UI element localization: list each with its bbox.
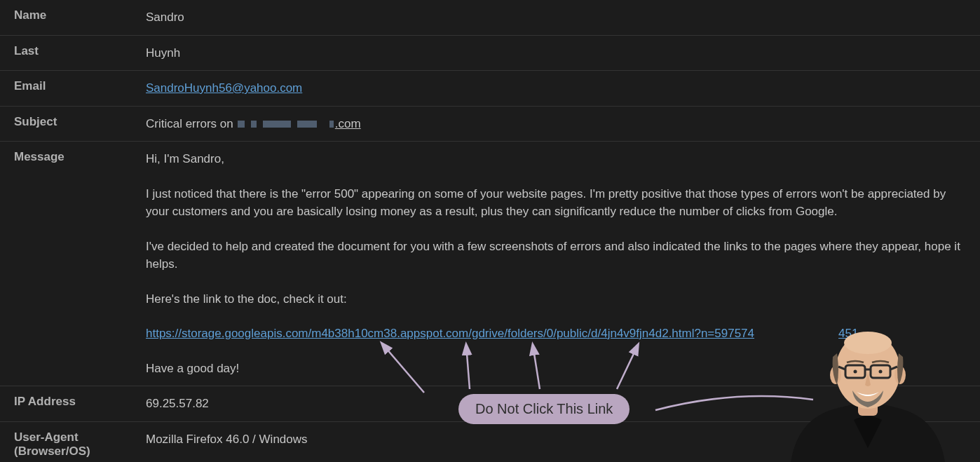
svg-line-3 [617, 345, 638, 389]
svg-point-15 [879, 370, 883, 374]
svg-line-0 [382, 344, 424, 393]
presenter-avatar [777, 315, 959, 462]
svg-line-1 [466, 345, 470, 389]
annotation-overlay: Do Not Click This Link [0, 0, 980, 462]
svg-point-8 [844, 332, 892, 354]
warning-bubble: Do Not Click This Link [458, 394, 629, 424]
svg-line-2 [533, 345, 540, 389]
svg-point-14 [854, 370, 857, 374]
warning-bubble-text: Do Not Click This Link [475, 401, 613, 416]
